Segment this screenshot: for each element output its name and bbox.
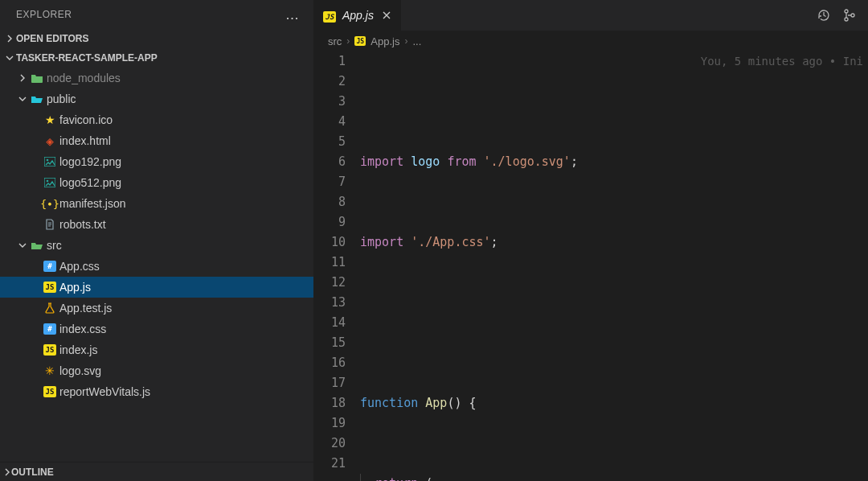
explorer-title-bar: EXPLORER ...: [0, 0, 313, 29]
file-label: index.html: [58, 134, 111, 147]
svg-icon: ✳: [42, 364, 58, 377]
code-line[interactable]: [360, 313, 868, 333]
file-label: index.css: [58, 323, 106, 335]
editor-area: JS App.js src › JS App.js › ..: [313, 0, 868, 481]
js-icon: JS: [42, 386, 58, 397]
line-gutter: 1 2 3 4 5 6 7 8 9 10 11 12 13 14 15 16 1…: [313, 51, 360, 481]
text-file-icon: [42, 219, 58, 230]
chevron-down-icon: [16, 241, 29, 249]
css-icon: #: [42, 261, 58, 272]
outline-section[interactable]: OUTLINE: [0, 462, 313, 481]
json-icon: {∙}: [42, 198, 58, 210]
file-logo512[interactable]: logo512.png: [0, 172, 313, 193]
tab-label: App.js: [342, 9, 374, 22]
explorer-title: EXPLORER: [16, 9, 72, 20]
file-label: logo192.png: [58, 155, 121, 168]
line-number: 8: [313, 192, 346, 212]
chevron-right-icon: ›: [404, 35, 407, 47]
svg-point-4: [845, 10, 848, 13]
file-label: App.js: [58, 281, 91, 294]
folder-open-icon: [29, 240, 45, 251]
flask-icon: [42, 302, 58, 314]
project-section[interactable]: TASKER-REACT-SAMPLE-APP: [0, 48, 313, 68]
explorer-more-icon[interactable]: ...: [280, 5, 304, 25]
file-label: index.js: [58, 343, 97, 356]
open-editors-section[interactable]: OPEN EDITORS: [0, 29, 313, 48]
file-logo-svg[interactable]: ✳ logo.svg: [0, 360, 313, 381]
breadcrumb-segment[interactable]: App.js: [371, 35, 399, 47]
line-number: 21: [313, 454, 346, 474]
code-editor[interactable]: 1 2 3 4 5 6 7 8 9 10 11 12 13 14 15 16 1…: [313, 51, 868, 481]
svg-point-1: [47, 159, 49, 162]
chevron-down-icon: [3, 54, 16, 62]
line-number: 5: [313, 132, 346, 152]
line-number: 1: [313, 51, 346, 72]
js-icon: JS: [42, 344, 58, 356]
tabbar-spacer: [402, 0, 805, 31]
git-blame-hint: You, 5 minutes ago • Ini: [701, 51, 863, 72]
file-label: robots.txt: [58, 218, 106, 231]
file-index-css[interactable]: # index.css: [0, 319, 313, 339]
file-favicon[interactable]: ★ favicon.ico: [0, 109, 313, 130]
file-label: App.test.js: [58, 302, 112, 314]
compare-icon[interactable]: [842, 8, 857, 23]
line-number: 19: [313, 413, 346, 434]
line-number: 7: [313, 172, 346, 192]
file-logo192[interactable]: logo192.png: [0, 151, 313, 172]
breadcrumb[interactable]: src › JS App.js › ...: [313, 31, 868, 51]
svg-rect-2: [44, 178, 55, 187]
file-app-test[interactable]: App.test.js: [0, 298, 313, 319]
line-number: 11: [313, 253, 346, 273]
line-number: 6: [313, 152, 346, 172]
editor-tab-bar: JS App.js: [313, 0, 868, 31]
folder-public[interactable]: public: [0, 88, 313, 109]
file-report-web-vitals[interactable]: JS reportWebVitals.js: [0, 381, 313, 402]
code-line[interactable]: return (: [360, 474, 868, 481]
file-label: logo.svg: [58, 364, 101, 377]
line-number: 15: [313, 333, 346, 353]
folder-label: public: [45, 92, 76, 105]
breadcrumb-segment[interactable]: src: [328, 35, 342, 47]
star-icon: ★: [42, 113, 58, 126]
close-icon[interactable]: [380, 10, 393, 20]
chevron-right-icon: [3, 468, 11, 476]
file-app-css[interactable]: # App.css: [0, 256, 313, 277]
svg-point-5: [845, 18, 848, 21]
line-number: 13: [313, 293, 346, 313]
chevron-right-icon: ›: [346, 35, 350, 47]
code-line[interactable]: function App() {: [360, 393, 868, 413]
file-manifest[interactable]: {∙} manifest.json: [0, 193, 313, 214]
history-icon[interactable]: [817, 8, 831, 23]
file-label: manifest.json: [58, 197, 125, 210]
breadcrumb-tail[interactable]: ...: [412, 35, 421, 47]
file-tree: node_modules public ★ favicon.ico ◈ inde…: [0, 68, 313, 462]
line-number: 2: [313, 72, 346, 92]
folder-src[interactable]: src: [0, 235, 313, 256]
open-editors-label: OPEN EDITORS: [16, 33, 88, 44]
line-number: 9: [313, 212, 346, 232]
file-index-js[interactable]: JS index.js: [0, 339, 313, 360]
file-label: App.css: [58, 260, 100, 273]
editor-actions: [805, 0, 868, 31]
image-icon: [42, 178, 58, 187]
outline-label: OUTLINE: [11, 467, 54, 478]
line-number: 20: [313, 434, 346, 454]
file-robots[interactable]: robots.txt: [0, 214, 313, 235]
folder-node-modules[interactable]: node_modules: [0, 68, 313, 88]
line-number: 16: [313, 353, 346, 373]
js-icon: JS: [42, 282, 58, 293]
code-line[interactable]: import logo from './logo.svg';: [360, 152, 868, 172]
project-label: TASKER-REACT-SAMPLE-APP: [16, 52, 158, 64]
tab-app-js[interactable]: JS App.js: [313, 0, 402, 31]
folder-label: src: [45, 239, 62, 252]
file-label: favicon.ico: [58, 113, 113, 126]
folder-open-icon: [29, 93, 45, 105]
chevron-right-icon: [3, 35, 16, 43]
code-body[interactable]: You, 5 minutes ago • Ini import logo fro…: [360, 51, 868, 481]
code-line[interactable]: import './App.css';: [360, 232, 868, 253]
css-icon: #: [42, 323, 58, 335]
explorer-sidebar: EXPLORER ... OPEN EDITORS TASKER-REACT-S…: [0, 0, 313, 481]
file-index-html[interactable]: ◈ index.html: [0, 130, 313, 151]
file-app-js[interactable]: JS App.js: [0, 277, 313, 298]
line-number: 10: [313, 232, 346, 253]
